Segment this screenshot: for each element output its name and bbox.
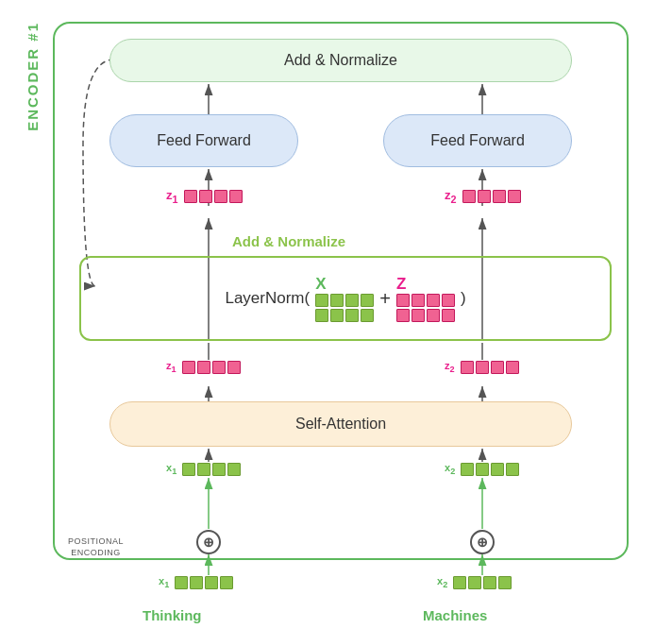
z1-mid-tokens: z1 [166, 360, 241, 374]
z1-top-tokens: z1 [166, 188, 243, 205]
x1-bottom-tokens: x1 [159, 575, 233, 589]
thinking-label: Thinking [143, 607, 202, 623]
x2-bottom-block [453, 576, 512, 589]
z-var-label: Z [396, 275, 455, 294]
x2-inner-block [461, 463, 519, 476]
layernorm-box: LayerNorm( X + Z [79, 256, 612, 341]
x1-inner-block [182, 463, 241, 476]
x1-bottom-block [175, 576, 233, 589]
add-norm-mid-label: Add & Normalize [232, 233, 345, 249]
z1-top-block [184, 190, 243, 203]
machines-label: Machines [423, 607, 487, 623]
plus-circle-left: ⊕ [196, 530, 221, 554]
x2-inner-tokens: x2 [445, 462, 519, 476]
x2-bottom-tokens: x2 [437, 575, 512, 589]
z2-top-block [462, 190, 521, 203]
x1-inner-tokens: x1 [166, 462, 241, 476]
z2-mid-block [461, 361, 519, 374]
z-grid [396, 294, 455, 322]
feed-forward-left: Feed Forward [109, 114, 298, 167]
z2-top-tokens: z2 [445, 188, 521, 205]
x-var-label: X [315, 275, 374, 294]
diagram: ENCODER #1 [15, 12, 657, 617]
feed-forward-right: Feed Forward [383, 114, 572, 167]
z1-mid-block [182, 361, 241, 374]
plus-circle-right: ⊕ [470, 530, 495, 554]
layernorm-content: LayerNorm( X + Z [225, 275, 465, 322]
x-grid [315, 294, 374, 322]
add-norm-top: Add & Normalize [109, 39, 572, 82]
z2-mid-tokens: z2 [445, 360, 519, 374]
self-attention-box: Self-Attention [109, 401, 572, 447]
positional-encoding-label: POSITIONALENCODING [68, 536, 124, 558]
encoder-label: ENCODER #1 [25, 22, 41, 131]
